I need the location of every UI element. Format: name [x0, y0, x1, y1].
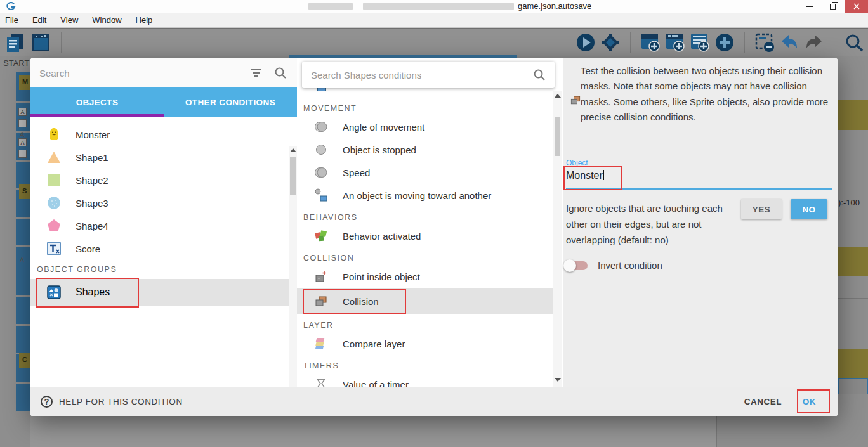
condition-collision[interactable]: Collision [297, 288, 553, 314]
menu-window[interactable]: Window [92, 15, 121, 25]
object-search-bar [30, 58, 297, 87]
add-event-icon[interactable] [640, 32, 661, 53]
list-item-group-shapes[interactable]: Shapes [30, 279, 289, 306]
panel-tabs: OBJECTS OTHER CONDITIONS [30, 87, 297, 117]
redo-icon[interactable] [804, 32, 824, 53]
object-groups-header: OBJECT GROUPS [30, 260, 297, 279]
object-label: Shape4 [76, 221, 109, 231]
condition-object-stopped[interactable]: Object is stopped [297, 138, 563, 161]
condition-editor-dialog: OBJECTS OTHER CONDITIONS Monster Shape1 … [30, 58, 838, 416]
debug-icon[interactable] [600, 32, 621, 53]
section-header: TIMERS [297, 361, 339, 370]
condition-parameters-panel: Test the collision between two objects u… [563, 58, 838, 387]
dialog-footer: ? HELP FOR THIS CONDITION CANCEL OK [30, 387, 838, 416]
condition-list: MOVEMENT Angle of movement Object is sto… [297, 58, 563, 387]
circle-icon [46, 195, 62, 211]
list-item-shape4[interactable]: Shape4 [30, 214, 297, 237]
ok-button[interactable]: OK [803, 397, 816, 406]
text-object-icon [46, 241, 62, 256]
toggle-knob-icon [563, 259, 576, 272]
condition-speed[interactable]: Speed [297, 161, 563, 184]
tab-objects[interactable]: OBJECTS [30, 87, 164, 117]
list-item-shape3[interactable]: Shape3 [30, 191, 297, 214]
event-block [16, 297, 30, 324]
collision-icon [313, 294, 329, 309]
project-manager-icon[interactable] [5, 32, 25, 53]
list-item-score[interactable]: Score [30, 237, 297, 260]
menu-bar: File Edit View Window Help [0, 13, 868, 28]
search-icon[interactable] [533, 68, 546, 81]
object-field-value[interactable]: Monster [566, 170, 604, 181]
add-circle-icon[interactable] [714, 32, 735, 53]
menu-view[interactable]: View [60, 15, 78, 25]
condition-moving-toward[interactable]: An object is moving toward another [297, 184, 563, 207]
section-header: MOVEMENT [297, 104, 357, 113]
condition-angle-of-movement[interactable]: Angle of movement [297, 115, 563, 138]
events-sheet-start-label: START [3, 58, 29, 68]
movement-angle-icon [313, 119, 329, 134]
triangle-icon [46, 150, 62, 165]
event-block [16, 384, 30, 411]
add-subevent-icon[interactable] [665, 32, 685, 53]
object-label: Monster [76, 129, 110, 140]
ignore-edges-label: Ignore objects that are touching each ot… [566, 200, 730, 248]
object-field-label: Object [566, 159, 588, 167]
invert-condition-row: Invert condition [565, 260, 662, 271]
object-search-input[interactable] [30, 68, 250, 79]
list-item-monster[interactable]: Monster [30, 123, 297, 146]
object-label: Shape2 [76, 175, 109, 186]
condition-list-panel: MOVEMENT Angle of movement Object is sto… [297, 58, 563, 387]
close-button[interactable] [845, 0, 868, 13]
invert-toggle[interactable] [565, 261, 588, 270]
condition-compare-layer[interactable]: Compare layer [297, 332, 563, 355]
scene-editor-icon[interactable] [30, 32, 51, 53]
yes-button[interactable]: YES [741, 199, 782, 219]
filter-icon[interactable] [250, 69, 261, 77]
remove-event-icon[interactable] [754, 32, 775, 53]
menu-edit[interactable]: Edit [32, 15, 46, 25]
help-icon: ? [41, 396, 53, 408]
play-icon[interactable] [575, 32, 596, 53]
add-comment-icon[interactable] [690, 32, 710, 53]
restore-icon [830, 4, 836, 10]
event-letter: M [22, 78, 28, 86]
scrollbar-thumb[interactable] [555, 117, 560, 156]
scroll-up-icon[interactable] [290, 148, 296, 152]
object-list: Monster Shape1 Shape2 Shape3 Shape4 Scor… [30, 117, 297, 306]
minimize-button[interactable] [798, 0, 821, 13]
left-scrollbar[interactable] [289, 146, 297, 387]
scrollbar-thumb[interactable] [290, 157, 296, 195]
scroll-up-icon[interactable] [555, 94, 561, 98]
no-button[interactable]: NO [791, 199, 827, 219]
middle-scrollbar[interactable] [553, 91, 562, 387]
restore-button[interactable] [821, 0, 844, 13]
redacted-title-segment [363, 3, 514, 10]
event-letter: C [22, 356, 27, 363]
object-label: Score [76, 243, 100, 254]
help-button[interactable]: ? HELP FOR THIS CONDITION [41, 396, 183, 408]
search-icon[interactable] [274, 67, 287, 79]
condition-behavior-activated[interactable]: Behavior activated [297, 224, 563, 247]
conditions-search-input[interactable] [302, 70, 533, 81]
menu-help[interactable]: Help [136, 15, 153, 25]
scroll-down-icon[interactable] [555, 378, 561, 382]
behavior-icon [313, 228, 329, 243]
stopped-icon [313, 142, 329, 157]
events-bottom-band [30, 416, 717, 447]
search-icon[interactable] [844, 32, 864, 53]
instruction-object-panel: OBJECTS OTHER CONDITIONS Monster Shape1 … [30, 58, 297, 387]
list-item-shape1[interactable]: Shape1 [30, 146, 297, 169]
square-icon [46, 172, 62, 188]
cancel-button[interactable]: CANCEL [744, 397, 782, 406]
window-titlebar: game.json.autosave [0, 0, 868, 13]
toolbar [0, 28, 868, 56]
action-chip: A [18, 138, 27, 146]
undo-icon[interactable] [779, 32, 799, 53]
condition-point-inside[interactable]: Point inside object [297, 265, 563, 288]
list-item-shape2[interactable]: Shape2 [30, 169, 297, 191]
window-title: game.json.autosave [518, 1, 591, 11]
condition-timer-value[interactable]: Value of a timer [297, 373, 563, 387]
tab-other-conditions[interactable]: OTHER CONDITIONS [164, 87, 297, 117]
section-header: COLLISION [297, 254, 354, 262]
menu-file[interactable]: File [5, 15, 18, 25]
